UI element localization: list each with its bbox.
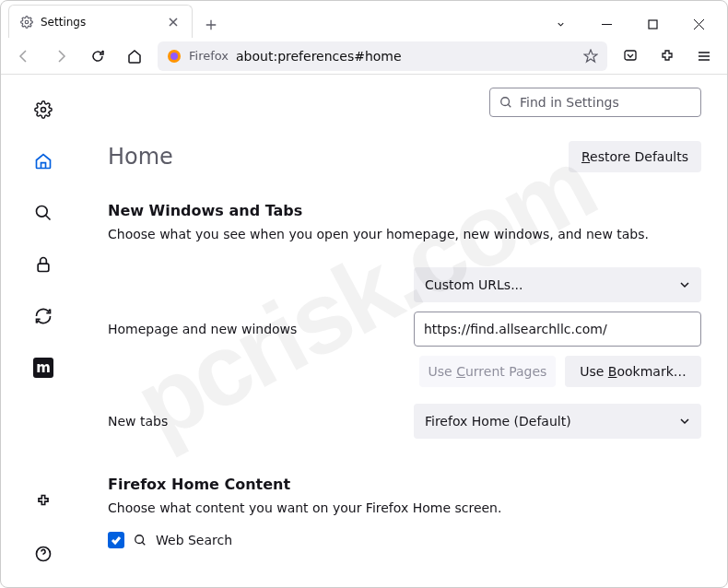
settings-search-input[interactable]: Find in Settings [489, 88, 701, 117]
titlebar: Settings [1, 1, 727, 38]
url-address: about:preferences#home [236, 49, 402, 64]
homepage-field-label: Homepage and new windows [108, 322, 414, 336]
gear-icon [20, 16, 33, 29]
section-desc-home-content: Choose what content you want on your Fir… [108, 500, 701, 515]
browser-tab[interactable]: Settings [8, 5, 193, 38]
sidebar-item-help[interactable] [25, 535, 62, 572]
close-tab-button[interactable] [166, 15, 181, 29]
section-title-new-windows: New Windows and Tabs [108, 202, 701, 219]
chevron-down-icon [679, 279, 690, 290]
restore-defaults-button[interactable]: Restore Defaults [569, 141, 701, 172]
reload-button[interactable] [84, 42, 112, 70]
sidebar-item-extension[interactable]: m [25, 349, 62, 386]
section-desc-new-windows: Choose what you see when you open your h… [108, 227, 701, 241]
sidebar-item-search[interactable] [25, 194, 62, 231]
homepage-mode-select[interactable]: Custom URLs... [414, 267, 701, 302]
svg-point-0 [25, 20, 29, 24]
svg-point-5 [41, 108, 46, 112]
settings-main: Find in Settings Home Restore Defaults N… [86, 76, 727, 587]
section-title-home-content: Firefox Home Content [108, 476, 701, 493]
use-bookmark-button[interactable]: Use Bookmark… [565, 356, 701, 387]
sidebar-item-sync[interactable] [25, 298, 62, 335]
pocket-button[interactable] [616, 42, 644, 70]
url-protocol: Firefox [189, 49, 229, 63]
svg-point-3 [170, 53, 178, 60]
forward-button[interactable] [47, 42, 75, 70]
newtabs-mode-value: Firefox Home (Default) [425, 414, 571, 429]
new-tab-button[interactable] [198, 12, 224, 38]
window-minimize-button[interactable] [585, 10, 628, 38]
extension-m-icon: m [33, 358, 53, 378]
svg-rect-1 [649, 20, 657, 29]
svg-point-6 [37, 206, 48, 218]
svg-rect-4 [625, 51, 636, 60]
home-button[interactable] [121, 42, 148, 70]
extensions-button[interactable] [653, 42, 681, 70]
sidebar-item-more[interactable] [25, 484, 62, 521]
back-button[interactable] [10, 42, 38, 70]
chevron-down-icon [679, 416, 690, 427]
search-placeholder: Find in Settings [520, 95, 619, 110]
window-close-button[interactable] [677, 10, 720, 38]
newtabs-label: New tabs [108, 414, 414, 429]
bookmark-star-icon[interactable] [583, 49, 598, 64]
svg-rect-7 [38, 264, 49, 271]
window-maximize-button[interactable] [631, 10, 674, 38]
use-current-pages-button[interactable]: Use Current Pages [419, 356, 556, 387]
firefox-logo-icon [167, 49, 182, 64]
nav-toolbar: Firefox about:preferences#home [1, 38, 727, 75]
search-icon [134, 534, 147, 547]
websearch-checkbox[interactable] [108, 532, 124, 548]
tab-title: Settings [41, 16, 159, 29]
newtabs-mode-select[interactable]: Firefox Home (Default) [414, 404, 701, 439]
sidebar-item-general[interactable] [25, 91, 62, 128]
app-menu-button[interactable] [690, 42, 718, 70]
homepage-mode-value: Custom URLs... [425, 277, 523, 292]
websearch-label: Web Search [156, 533, 232, 547]
sidebar-item-home[interactable] [25, 143, 62, 180]
page-title: Home [108, 144, 173, 170]
tab-overview-button[interactable] [539, 10, 581, 38]
settings-sidebar: m [1, 76, 86, 587]
url-bar[interactable]: Firefox about:preferences#home [158, 41, 607, 71]
sidebar-item-privacy[interactable] [25, 246, 62, 283]
homepage-url-input[interactable] [414, 312, 701, 347]
search-icon [499, 96, 512, 109]
content-area: m Find in Settings Home Restore Defaults… [1, 76, 727, 587]
